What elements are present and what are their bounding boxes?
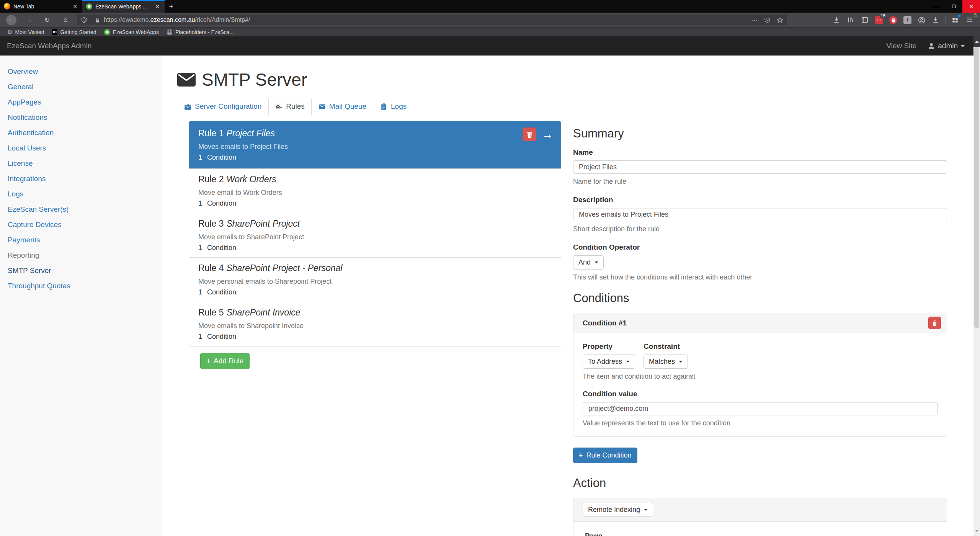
sidebar-item-apppages[interactable]: AppPages [0, 95, 162, 110]
sidebar-item-reporting[interactable]: Reporting [0, 248, 162, 263]
sidebar-item-integrations[interactable]: Integrations [0, 171, 162, 186]
constraint-label: Constraint [644, 342, 688, 351]
user-icon [928, 42, 935, 49]
bookmark-getting-started[interactable]: m Getting Started [50, 29, 98, 35]
extension-blocker-icon[interactable]: ⋯15 [874, 15, 884, 25]
bookmark-most-visited[interactable]: ⚙ Most Visited [5, 29, 46, 36]
page-title: SMTP Server [202, 69, 307, 90]
back-icon[interactable]: ← [6, 15, 16, 25]
bookmark-ezescan-webapps[interactable]: EzeScan WebApps [102, 29, 161, 35]
trash-icon [932, 320, 938, 326]
account-icon[interactable] [917, 15, 926, 25]
extension-stop-icon[interactable] [889, 15, 898, 25]
sidebar-item-notifications[interactable]: Notifications [0, 110, 162, 125]
app-header: EzeScan WebApps Admin View Site admin [0, 36, 980, 56]
downloads-icon[interactable] [832, 15, 841, 25]
bookmark-placeholders[interactable]: Placeholders - EzeSca... [165, 29, 236, 35]
sidebar-item-local-users[interactable]: Local Users [0, 141, 162, 156]
sidebar-item-payments[interactable]: Payments [0, 232, 162, 248]
home-icon[interactable]: ⌂ [59, 14, 72, 26]
tab-logs[interactable]: Logs [373, 98, 413, 115]
save-page-icon[interactable] [931, 15, 940, 25]
page-body: Overview General AppPages Notifications … [0, 56, 980, 536]
view-site-link[interactable]: View Site [886, 42, 916, 50]
conditions-heading: Conditions [573, 291, 947, 305]
pocket-icon[interactable] [764, 17, 771, 23]
extensions-grid-icon[interactable] [951, 15, 960, 25]
delete-rule-button[interactable] [523, 127, 536, 141]
rule-condition-count: 1Condition [198, 199, 552, 208]
add-rule-button[interactable]: +Add Rule [200, 353, 250, 369]
sidebar-item-smtp-server[interactable]: SMTP Server [0, 263, 162, 278]
close-window-button[interactable]: ✕ [962, 0, 980, 13]
shield-icon[interactable] [81, 17, 87, 23]
tab-mail-queue[interactable]: Mail Queue [312, 98, 373, 115]
action-panel-header: Remote Indexing [573, 498, 947, 522]
rule-item-3[interactable]: Rule 3SharePoint Project Move emails to … [189, 213, 561, 258]
browser-tab-ezescan[interactable]: EzeScan WebApps Admin ✕ [82, 0, 165, 13]
sidebar-item-license[interactable]: License [0, 156, 162, 171]
page-scrollbar[interactable] [973, 36, 980, 536]
scroll-up-arrow[interactable] [973, 36, 980, 47]
close-icon[interactable]: ✕ [72, 3, 78, 10]
sidebar-toggle-icon[interactable] [860, 15, 869, 25]
chevron-down-icon [626, 361, 630, 363]
url-domain: ezescan.com.au [150, 16, 195, 23]
scrollbar-thumb[interactable] [974, 47, 979, 328]
tab-server-configuration[interactable]: Server Configuration [177, 98, 268, 115]
action-panel-body: Page Project File Select the page to put… [573, 522, 947, 536]
bookmark-label: Getting Started [60, 29, 96, 35]
rule-item-2[interactable]: Rule 2Work Orders Move email to Work Ord… [189, 168, 561, 213]
sidebar-item-capture-devices[interactable]: Capture Devices [0, 217, 162, 232]
minimize-button[interactable]: — [927, 0, 945, 13]
mail-queue-icon [318, 103, 326, 110]
sidebar-item-general[interactable]: General [0, 79, 162, 95]
condition-operator-dropdown[interactable]: And [573, 255, 604, 270]
rule-description: Move personal emails to Sharepoint Proje… [198, 278, 552, 286]
action-type-dropdown[interactable]: Remote Indexing [583, 503, 653, 517]
delete-condition-button[interactable] [928, 317, 941, 329]
maximize-button[interactable] [945, 0, 962, 13]
property-constraint-help: The item and condition to act against [583, 373, 938, 381]
sidebar-item-throughput-quotas[interactable]: Throughput Quotas [0, 278, 162, 294]
bookmark-label: Most Visited [15, 29, 44, 35]
reload-icon[interactable]: ↻ [41, 14, 53, 26]
page-actions-icon[interactable]: ⋯ [751, 16, 758, 24]
add-rule-condition-button[interactable]: +Rule Condition [573, 448, 637, 463]
sidebar-item-ezescan-servers[interactable]: EzeScan Server(s) [0, 202, 162, 217]
name-label: Name [573, 148, 947, 157]
rule-name-input[interactable] [573, 160, 947, 174]
rule-condition-count: 1Condition [198, 288, 552, 296]
library-icon[interactable] [846, 15, 855, 25]
arrow-right-icon[interactable]: → [542, 129, 553, 140]
sidebar-item-authentication[interactable]: Authentication [0, 125, 162, 141]
bookmark-star-icon[interactable] [777, 17, 783, 23]
forward-icon[interactable]: → [23, 14, 35, 26]
url-bar[interactable]: https://ewademo.ezescan.com.au/ricoh/Adm… [77, 15, 787, 25]
browser-tab-newtab[interactable]: New Tab ✕ [0, 0, 82, 13]
condition-value-input[interactable] [583, 402, 938, 415]
divider [945, 16, 946, 24]
close-icon[interactable]: ✕ [154, 3, 161, 10]
rule-item-1[interactable]: Rule 1Project Files Moves emails to Proj… [189, 121, 561, 169]
user-menu[interactable]: admin [928, 42, 965, 50]
rule-description-input[interactable] [573, 208, 947, 221]
property-dropdown[interactable]: To Address [583, 355, 635, 369]
rule-item-4[interactable]: Rule 4SharePoint Project - Personal Move… [189, 257, 561, 302]
briefcase-icon [184, 103, 191, 110]
condition-panel-body: Property To Address Constraint Matches T… [573, 333, 947, 436]
urlbar-actions: ⋯ [751, 16, 783, 24]
sidebar-item-logs[interactable]: Logs [0, 186, 162, 202]
sidebar-item-overview[interactable]: Overview [0, 64, 162, 79]
constraint-dropdown[interactable]: Matches [644, 355, 688, 369]
menu-icon[interactable]: ⚠ [965, 15, 974, 25]
tab-rules[interactable]: Rules [268, 98, 312, 115]
rule-item-5[interactable]: Rule 5SharePoint Invoice Move emails to … [189, 302, 561, 346]
trash-icon [526, 131, 533, 138]
extension-generic-icon[interactable] [903, 15, 912, 25]
app-brand[interactable]: EzeScan WebApps Admin [7, 42, 91, 50]
divider [91, 17, 91, 23]
scroll-down-arrow[interactable] [973, 526, 980, 536]
new-tab-button[interactable]: + [165, 0, 178, 13]
rules-icon [275, 103, 283, 110]
